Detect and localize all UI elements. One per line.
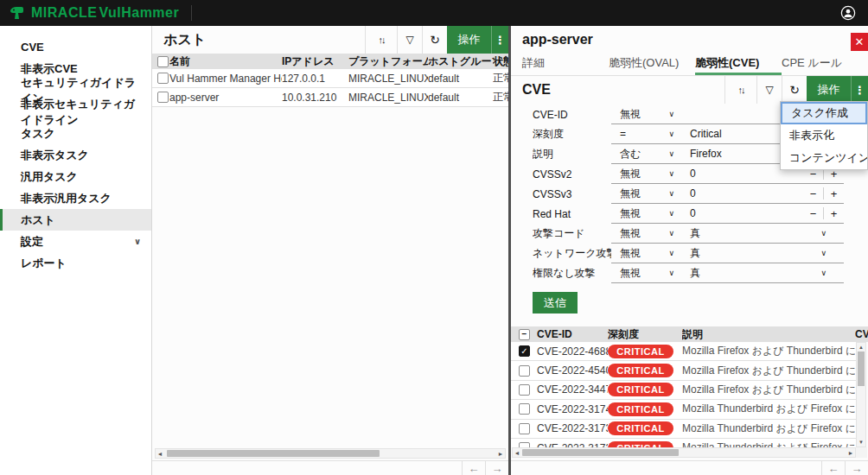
- sidebar-item-settings[interactable]: 設定∨: [0, 231, 151, 252]
- filter-row-redhat: Red Hat 無視∨ 0 −+: [533, 204, 844, 224]
- host-row[interactable]: app-server 10.0.31.210 MIRACLE_LINUX_8 d…: [152, 88, 508, 107]
- next-page-button[interactable]: →: [845, 461, 868, 475]
- cve-vertical-scrollbar[interactable]: ▲ ▼: [856, 342, 866, 447]
- host-row-checkbox[interactable]: [157, 92, 169, 103]
- sidebar-item-host[interactable]: ホスト: [0, 209, 151, 231]
- detail-titlebar: app-server: [511, 26, 868, 54]
- tab-cpe-rules[interactable]: CPE ルール: [782, 54, 868, 75]
- operator-select[interactable]: 含む∨: [611, 147, 683, 162]
- cvssv3-input[interactable]: 0: [683, 187, 803, 200]
- col-description: 説明: [682, 327, 855, 342]
- col-cve-id: CVE-ID: [537, 328, 608, 340]
- hammer-icon: [9, 6, 26, 20]
- tab-vulnerability-cve[interactable]: 脆弱性(CVE): [695, 54, 782, 75]
- operator-select[interactable]: =∨: [611, 128, 683, 140]
- status-badge: 正常: [493, 90, 508, 104]
- cve-row-checkbox[interactable]: [519, 365, 530, 377]
- chevron-down-icon[interactable]: ∨: [820, 249, 827, 257]
- close-panel-button[interactable]: ✕: [851, 33, 868, 51]
- action-dropdown-menu: タスク作成 非表示化 コンテンツインポ...: [780, 101, 868, 170]
- severity-badge: CRITICAL: [608, 402, 673, 416]
- menu-item-hide[interactable]: 非表示化: [781, 124, 867, 147]
- detail-tabs: 詳細 脆弱性(OVAL) 脆弱性(CVE) CPE ルール: [511, 54, 868, 76]
- next-page-button[interactable]: →: [485, 461, 508, 475]
- scroll-left-icon[interactable]: ◄: [513, 448, 521, 457]
- chevron-down-icon[interactable]: ∨: [820, 229, 827, 238]
- no-privilege-attack-select[interactable]: 真: [683, 266, 820, 281]
- increment-button[interactable]: +: [824, 187, 844, 200]
- hosts-horizontal-scrollbar[interactable]: ◄ ►: [155, 448, 506, 459]
- hosts-hscroll-thumb[interactable]: [167, 450, 380, 457]
- cve-row[interactable]: CVE-2022-34470 CRITICAL Mozilla Firefox …: [511, 381, 856, 400]
- cve-select-all-checkbox[interactable]: −: [519, 329, 530, 340]
- scroll-right-icon[interactable]: ►: [846, 448, 855, 457]
- sort-button[interactable]: ↑↓: [724, 76, 756, 104]
- hosts-action-button[interactable]: 操作: [447, 26, 491, 54]
- hosts-select-all-checkbox[interactable]: [157, 56, 169, 67]
- tab-vulnerability-oval[interactable]: 脆弱性(OVAL): [609, 54, 695, 75]
- exploit-code-select[interactable]: 真: [683, 226, 820, 241]
- sidebar-item-hidden-generic-task[interactable]: 非表示汎用タスク: [0, 187, 151, 209]
- operator-select[interactable]: 無視∨: [611, 107, 683, 122]
- filter-button[interactable]: ▽: [397, 26, 422, 54]
- operator-select[interactable]: 無視∨: [611, 167, 683, 181]
- user-account-icon[interactable]: [840, 5, 856, 21]
- scroll-left-icon[interactable]: ◄: [156, 449, 164, 458]
- operator-select[interactable]: 無視∨: [611, 266, 683, 281]
- cve-overflow-menu-button[interactable]: ⋮: [851, 76, 868, 104]
- chevron-down-icon: ∨: [668, 269, 674, 277]
- sidebar-item-hidden-task[interactable]: 非表示タスク: [0, 144, 151, 166]
- cve-row-checkbox[interactable]: [519, 423, 530, 434]
- col-severity: 深刻度: [608, 327, 682, 342]
- previous-page-button[interactable]: ←: [821, 461, 845, 475]
- redhat-input[interactable]: 0: [683, 207, 803, 219]
- menu-item-content-import[interactable]: コンテンツインポ...: [781, 147, 867, 169]
- cve-row[interactable]: CVE-2022-31737 CRITICAL Mozilla Thunderb…: [511, 420, 856, 439]
- col-status: 状態: [493, 54, 508, 69]
- sidebar-item-cve[interactable]: CVE: [0, 36, 151, 58]
- cve-row-checkbox[interactable]: [519, 384, 530, 396]
- cve-row[interactable]: CVE-2022-31747 CRITICAL Mozilla Thunderb…: [511, 400, 856, 419]
- hosts-panel: ホスト ↑↓ ▽ ↻ 操作 ⋮ 名前 IPアドレス プラットフォーム ホストグル…: [152, 26, 508, 475]
- cve-row-checkbox[interactable]: ✓: [519, 345, 530, 357]
- sidebar-item-hidden-security-guideline[interactable]: 非表示セキュリティガイドライン: [0, 101, 151, 123]
- cve-row[interactable]: CVE-2022-45406 CRITICAL Mozilla Firefox …: [511, 361, 856, 380]
- operator-select[interactable]: 無視∨: [611, 206, 683, 221]
- sidebar-item-generic-task[interactable]: 汎用タスク: [0, 166, 151, 187]
- sort-button[interactable]: ↑↓: [365, 26, 397, 54]
- previous-page-button[interactable]: ←: [462, 461, 485, 475]
- increment-button[interactable]: +: [824, 207, 844, 220]
- scroll-right-icon[interactable]: ►: [496, 449, 505, 458]
- network-attack-select[interactable]: 真: [683, 246, 820, 261]
- decrement-button[interactable]: −: [803, 207, 823, 220]
- scroll-down-icon[interactable]: ▼: [857, 438, 865, 446]
- chevron-down-icon: ∨: [668, 130, 674, 138]
- cve-row-checkbox[interactable]: [519, 403, 530, 415]
- submit-button[interactable]: 送信: [533, 292, 578, 314]
- host-row[interactable]: Vul Hammer Manager Host 127.0.0.1 MIRACL…: [152, 69, 508, 88]
- cve-horizontal-scrollbar[interactable]: ◄ ►: [512, 447, 856, 458]
- filter-button[interactable]: ▽: [756, 76, 782, 104]
- host-row-checkbox[interactable]: [157, 73, 169, 84]
- operator-select[interactable]: 無視∨: [611, 246, 683, 261]
- col-name: 名前: [169, 54, 282, 69]
- sidebar-item-report[interactable]: レポート: [0, 252, 151, 274]
- cve-row[interactable]: CVE-2022-31736 CRITICAL Mozilla Thunderb…: [511, 439, 856, 447]
- operator-select[interactable]: 無視∨: [611, 226, 683, 241]
- refresh-button[interactable]: ↻: [782, 76, 807, 104]
- chevron-down-icon: ∨: [668, 189, 674, 198]
- scroll-up-icon[interactable]: ▲: [857, 343, 865, 352]
- hosts-overflow-menu-button[interactable]: ⋮: [491, 26, 508, 54]
- cve-vscroll-thumb[interactable]: [858, 352, 865, 386]
- refresh-button[interactable]: ↻: [422, 26, 447, 54]
- cve-row[interactable]: ✓ CVE-2022-46882 CRITICAL Mozilla Firefo…: [511, 342, 856, 361]
- chevron-down-icon[interactable]: ∨: [820, 269, 827, 277]
- operator-select[interactable]: 無視∨: [611, 187, 683, 201]
- cve-table-body: ✓ CVE-2022-46882 CRITICAL Mozilla Firefo…: [511, 342, 856, 447]
- filter-row-no-privilege-attack: 権限なし攻撃 無視∨ 真 ∨: [533, 263, 844, 283]
- cve-action-button[interactable]: 操作: [807, 76, 851, 104]
- cve-hscroll-thumb[interactable]: [522, 449, 679, 456]
- tab-details[interactable]: 詳細: [522, 54, 609, 75]
- menu-item-create-task[interactable]: タスク作成: [781, 102, 867, 124]
- decrement-button[interactable]: −: [803, 187, 823, 200]
